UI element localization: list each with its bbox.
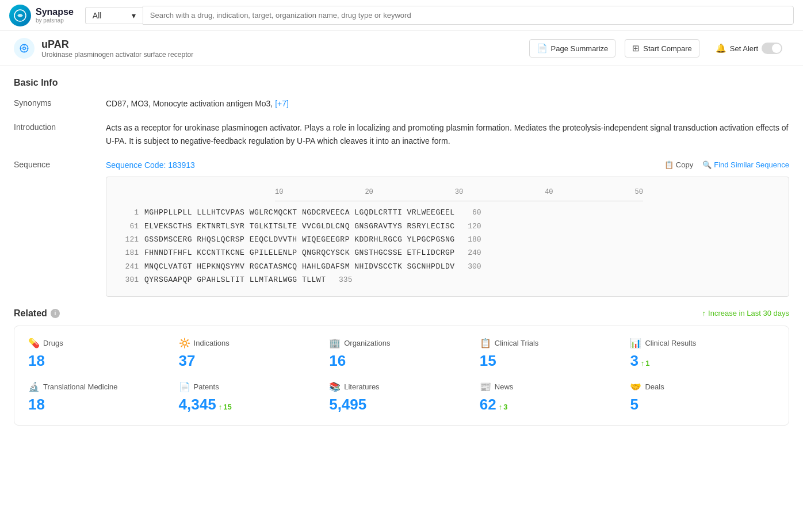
related-item-icon: 💊 <box>28 338 40 349</box>
sequence-header: Sequence Code: 183913 📋 Copy 🔍 Find Simi… <box>106 159 789 171</box>
start-compare-button[interactable]: ⊞ Start Compare <box>625 39 699 58</box>
introduction-row: Introduction Acts as a receptor for urok… <box>14 121 789 147</box>
sequence-line: 301 QYRSGAAPQP GPAHLSLTIT LLMTARLWGG TLL… <box>118 273 777 286</box>
page-title: uPAR <box>41 39 193 51</box>
synonyms-row: Synonyms CD87, MO3, Monocyte activation … <box>14 97 789 110</box>
related-item[interactable]: 📰 News 62 ↑3 <box>480 381 625 414</box>
page-header-actions: 📄 Page Summarize ⊞ Start Compare 🔔 Set A… <box>529 39 789 58</box>
sequence-code-link[interactable]: Sequence Code: 183913 <box>106 159 195 171</box>
logo-sub: by patsnap <box>36 17 74 24</box>
chevron-down-icon: ▾ <box>132 11 136 20</box>
alert-toggle[interactable] <box>762 43 782 54</box>
related-item-label: Patents <box>194 382 219 391</box>
sequence-label: Sequence <box>14 159 106 296</box>
related-item[interactable]: 🏢 Organizations 16 <box>329 338 474 370</box>
summarize-icon: 📄 <box>537 43 548 53</box>
related-item-header: 🔆 Indications <box>179 338 324 349</box>
seq-line-code: GSSDMSCERG RHQSLQCRSP EEQCLDVVTH WIQEGEE… <box>144 233 455 246</box>
related-item-label: Clinical Results <box>645 339 696 347</box>
page-header-icon <box>14 38 35 59</box>
related-item[interactable]: 🤝 Deals 5 <box>630 381 775 414</box>
set-alert-button[interactable]: 🔔 Set Alert <box>709 39 789 58</box>
seq-line-start: 61 <box>118 220 139 233</box>
sequence-ruler-inner: 10 20 30 40 50 <box>275 186 643 202</box>
seq-line-start: 181 <box>118 246 139 259</box>
synonyms-value: CD87, MO3, Monocyte activation antigen M… <box>106 97 789 110</box>
sequence-box: 10 20 30 40 50 1 MGHPPLLPLL LLLHTCVPAS W… <box>106 177 789 297</box>
find-similar-button[interactable]: 🔍 Find Similar Sequence <box>702 159 789 171</box>
logo-text: Synapse by patsnap <box>36 7 74 24</box>
seq-line-start: 1 <box>118 206 139 219</box>
related-item-count: 15 <box>480 352 625 370</box>
page-subtitle: Urokinase plasminogen activator surface … <box>41 51 193 59</box>
sequence-lines: 1 MGHPPLLPLL LLLHTCVPAS WGLRCMQCKT NGDCR… <box>118 206 777 286</box>
synonyms-more[interactable]: [+7] <box>275 99 289 108</box>
related-item-label: News <box>495 382 514 391</box>
related-item[interactable]: 💊 Drugs 18 <box>28 338 173 370</box>
search-dropdown[interactable]: All ▾ <box>85 7 143 24</box>
search-input[interactable] <box>143 6 794 25</box>
sequence-line: 121 GSSDMSCERG RHQSLQCRSP EEQCLDVVTH WIQ… <box>118 233 777 246</box>
related-count-value: 18 <box>28 352 45 370</box>
related-count-value: 3 <box>630 352 638 370</box>
seq-line-end: 180 <box>461 233 481 246</box>
related-item-count: 3 ↑1 <box>630 352 775 370</box>
logo-icon <box>9 5 31 26</box>
related-item[interactable]: 📊 Clinical Results 3 ↑1 <box>630 338 775 370</box>
seq-line-code: ELVEKSCTHS EKTNRTLSYR TGLKITSLTE VVCGLDL… <box>144 220 455 233</box>
related-item[interactable]: 📋 Clinical Trials 15 <box>480 338 625 370</box>
basic-info-title: Basic Info <box>14 78 789 88</box>
related-item-count: 18 <box>28 396 173 414</box>
seq-line-end: 60 <box>461 206 481 219</box>
related-item-header: 💊 Drugs <box>28 338 173 349</box>
related-item-count: 5,495 <box>329 396 474 414</box>
related-item[interactable]: 📄 Patents 4,345 ↑15 <box>179 381 324 414</box>
seq-line-start: 241 <box>118 260 139 273</box>
seq-line-end: 300 <box>461 260 481 273</box>
copy-button[interactable]: 📋 Copy <box>664 159 693 171</box>
related-item-header: 🏢 Organizations <box>329 338 474 349</box>
related-item-count: 62 ↑3 <box>480 396 625 414</box>
related-count-value: 5 <box>630 396 638 414</box>
related-item-icon: 🔬 <box>28 381 40 392</box>
related-item[interactable]: 📚 Literatures 5,495 <box>329 381 474 414</box>
related-item-header: 📄 Patents <box>179 381 324 392</box>
related-item-header: 🔬 Translational Medicine <box>28 381 173 392</box>
find-similar-icon: 🔍 <box>702 159 712 171</box>
related-item-label: Organizations <box>344 339 390 347</box>
sequence-line: 181 FHNNDTFHFL KCCNTTKCNE GPILELENLP QNG… <box>118 246 777 259</box>
related-count-value: 37 <box>179 352 196 370</box>
seq-line-end: 335 <box>331 273 352 286</box>
svg-point-2 <box>23 47 26 50</box>
related-item-icon: 📰 <box>480 381 491 392</box>
seq-line-start: 301 <box>118 273 139 286</box>
related-item-header: 📰 News <box>480 381 625 392</box>
increase-arrow-icon: ↑ <box>702 309 706 317</box>
introduction-label: Introduction <box>14 121 106 147</box>
related-item-icon: 📋 <box>480 338 491 349</box>
dropdown-label: All <box>93 11 102 20</box>
page-header: uPAR Urokinase plasminogen activator sur… <box>0 31 803 66</box>
related-item-header: 📊 Clinical Results <box>630 338 775 349</box>
sequence-actions: 📋 Copy 🔍 Find Similar Sequence <box>664 159 789 171</box>
increase-badge: ↑3 <box>499 403 508 411</box>
related-item-count: 16 <box>329 352 474 370</box>
seq-line-end: 120 <box>461 220 481 233</box>
search-area: All ▾ <box>85 6 794 25</box>
page-summarize-button[interactable]: 📄 Page Summarize <box>529 39 616 58</box>
related-count-value: 18 <box>28 396 45 414</box>
related-count-value: 15 <box>480 352 496 370</box>
related-count-value: 16 <box>329 352 346 370</box>
related-item-header: 🤝 Deals <box>630 381 775 392</box>
content: Basic Info Synonyms CD87, MO3, Monocyte … <box>0 66 803 437</box>
related-item-label: Drugs <box>43 339 63 347</box>
related-item[interactable]: 🔆 Indications 37 <box>179 338 324 370</box>
sequence-row: Sequence Sequence Code: 183913 📋 Copy 🔍 … <box>14 159 789 296</box>
related-item-count: 4,345 ↑15 <box>179 396 324 414</box>
related-item-icon: 🤝 <box>630 381 641 392</box>
logo-brand: Synapse <box>36 7 74 17</box>
related-item-label: Clinical Trials <box>495 339 539 347</box>
related-info-icon[interactable]: i <box>51 309 60 318</box>
related-item[interactable]: 🔬 Translational Medicine 18 <box>28 381 173 414</box>
related-header: Related i ↑ Increase in Last 30 days <box>14 308 789 319</box>
